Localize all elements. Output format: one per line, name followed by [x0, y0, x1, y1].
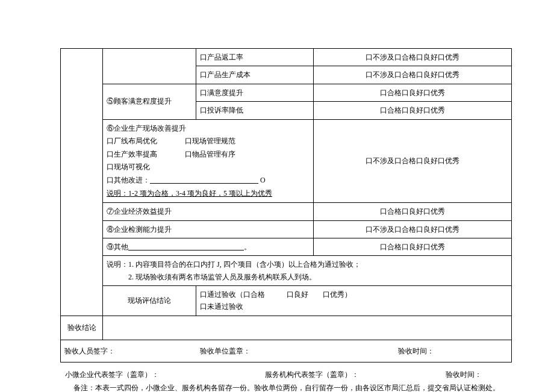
- r9-line: ________________________________: [128, 243, 244, 251]
- item-complaint-down: 口投诉率降低: [196, 102, 314, 119]
- s6-d-pre: 口其他改进：: [107, 176, 150, 184]
- rating-satisfaction-up: 口合格口良好口优秀: [314, 84, 512, 101]
- acceptance-form-table: 口产品返工率 口不涉及口合格口良好口优秀 口产品生产成本 口不涉及口合格口良好口…: [60, 48, 512, 362]
- footer-sme-sign: 小微企业代表签字（盖章）：: [60, 369, 265, 382]
- item-rework-rate: 口产品返工率: [196, 49, 314, 66]
- footer-note: 备注：本表一式四份，小微企业、服务机构各留存一份。验收单位两份，自行留存一份，由…: [60, 382, 512, 392]
- section-site-improvement: ⑥企业生产现场改善提升 口厂线布局优化口现场管理规范 口生产效率提高口物品管理有…: [103, 119, 314, 203]
- left-blank-col: [61, 49, 103, 316]
- note-2: 2. 现场验收须有两名市场监管人员及服务机构联系人到场。: [128, 273, 316, 281]
- s6-d-suf: O: [258, 176, 266, 184]
- s6-title: ⑥企业生产现场改善提升: [107, 122, 310, 135]
- r9-pre: ⑨其他: [107, 243, 128, 251]
- rating-economic-benefit: 口合格口良好口优秀: [314, 203, 512, 220]
- customer-satisfaction-label: ⑤顾客满意程度提升: [103, 84, 196, 119]
- sig-unit: 验收单位盖章：: [196, 340, 314, 362]
- s6-d-line: ______________________________: [150, 176, 258, 184]
- rating-production-cost: 口不涉及口合格口良好口优秀: [314, 66, 512, 84]
- s6-a1: 口厂线布局优化: [107, 135, 185, 148]
- s6-note: 说明：1-2 项为合格，3-4 项为良好，5 项以上为优秀: [107, 187, 310, 201]
- rating-site-improvement: 口不涉及口合格口良好口优秀: [314, 119, 512, 203]
- eval-label: 现场评估结论: [103, 286, 196, 316]
- row-precell-blank: [103, 49, 196, 84]
- rating-testing-capability: 口不涉及口合格口良好口优秀: [314, 220, 512, 238]
- note-title: 说明：: [107, 260, 128, 269]
- economic-benefit-label: ⑦企业经济效益提升: [103, 203, 314, 220]
- testing-capability-label: ⑧企业检测能力提升: [103, 220, 314, 238]
- r9-suf: 。: [244, 243, 251, 251]
- rating-other: 口合格口良好口优秀: [314, 238, 512, 255]
- eval-line2: 口未通过验收: [200, 300, 508, 313]
- s6-b1: 口生产效率提高: [107, 148, 185, 161]
- footer-accept-time: 验收时间：: [446, 369, 512, 382]
- footer-service-sign: 服务机构代表签字（盖章）：: [265, 369, 446, 382]
- accept-content: [103, 316, 512, 340]
- rating-rework-rate: 口不涉及口合格口良好口优秀: [314, 49, 512, 66]
- other-item-label: ⑨其他________________________________。: [103, 238, 314, 255]
- sig-person: 验收人员签字：: [61, 340, 196, 362]
- item-production-cost: 口产品生产成本: [196, 66, 314, 84]
- s6-c: 口现场可视化: [107, 161, 310, 174]
- eval-content: 口通过验收（口合格 口良好 口优秀） 口未通过验收: [196, 286, 512, 316]
- footer-signatures: 小微企业代表签字（盖章）： 服务机构代表签字（盖章）： 验收时间： 备注：本表一…: [60, 369, 512, 392]
- s6-b2: 口物品管理有序: [185, 148, 235, 161]
- s6-a2: 口现场管理规范: [185, 135, 235, 148]
- item-satisfaction-up: 口满意度提升: [196, 84, 314, 101]
- eval-line1: 口通过验收（口合格 口良好 口优秀）: [200, 288, 508, 300]
- rating-complaint-down: 口合格口良好口优秀: [314, 102, 512, 119]
- accept-label: 验收结论: [61, 316, 103, 340]
- note-1: 1. 内容项目符合的在口内打 J, 四个项目（含小项）以上合格为通过验收；: [128, 260, 361, 269]
- sig-time: 验收时间：: [314, 340, 512, 362]
- notes-block: 说明：1. 内容项目符合的在口内打 J, 四个项目（含小项）以上合格为通过验收；…: [103, 256, 512, 286]
